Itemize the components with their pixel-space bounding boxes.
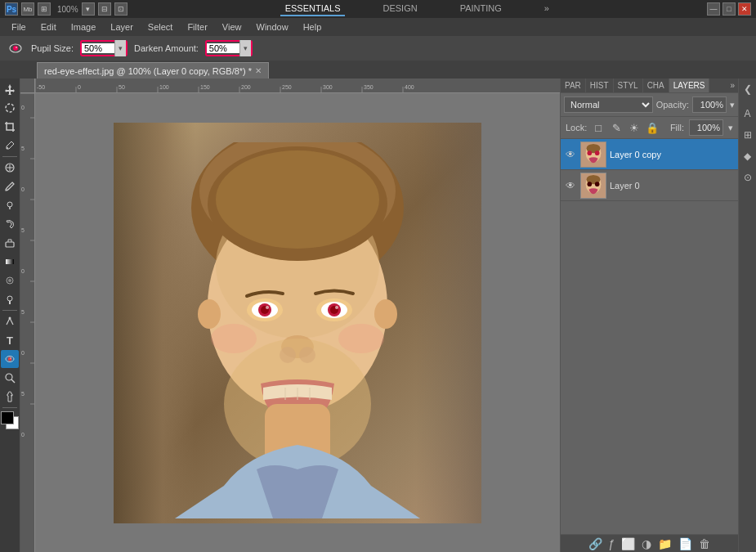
close-button[interactable]: ✕: [738, 2, 751, 16]
delete-layer-btn[interactable]: 🗑: [699, 537, 710, 550]
view-icon[interactable]: ⊞: [38, 2, 51, 16]
clone-stamp-tool[interactable]: [1, 196, 19, 214]
svg-marker-3: [5, 84, 15, 95]
mb-icon: Mb: [21, 2, 34, 16]
opacity-arrow[interactable]: ▾: [730, 100, 735, 110]
darken-amount-arrow[interactable]: ▾: [239, 40, 251, 56]
gradient-tool[interactable]: [1, 253, 19, 271]
dodge-tool[interactable]: [1, 290, 19, 308]
workspace-tabs: ESSENTIALS DESIGN PAINTING »: [280, 2, 554, 16]
darken-amount-input[interactable]: [207, 43, 239, 53]
layer-item-copy[interactable]: 👁 Layer 0 copy: [561, 139, 738, 170]
menu-window[interactable]: Window: [250, 20, 295, 34]
opacity-label: Opacity:: [656, 100, 689, 110]
fill-arrow[interactable]: ▾: [728, 123, 733, 133]
pen-tool[interactable]: [1, 312, 19, 330]
layer-style-btn[interactable]: ƒ: [609, 537, 615, 550]
tab-styl[interactable]: STYL: [614, 79, 643, 92]
layer-eye-0[interactable]: 👁: [564, 179, 577, 192]
brush-tool[interactable]: [1, 177, 19, 195]
new-layer-btn[interactable]: 📄: [678, 537, 692, 550]
menu-select[interactable]: Select: [141, 20, 180, 34]
maximize-button[interactable]: □: [722, 2, 736, 16]
eyedropper-tool[interactable]: [1, 137, 19, 155]
healing-brush-tool[interactable]: [1, 159, 19, 177]
color-swatches[interactable]: [1, 411, 19, 431]
menu-file[interactable]: File: [5, 20, 33, 34]
tab-more[interactable]: »: [539, 2, 554, 16]
menu-view[interactable]: View: [216, 20, 248, 34]
lasso-tool[interactable]: [1, 99, 19, 117]
adjustment-layer-btn[interactable]: ◑: [642, 537, 651, 550]
darken-amount-label: Darken Amount:: [134, 43, 199, 53]
right-panels: PAR HIST STYL CHA LAYERS » Normal Multip…: [560, 79, 738, 552]
lock-image-icon[interactable]: ✎: [610, 121, 623, 134]
eraser-tool[interactable]: [1, 234, 19, 252]
blend-mode-select[interactable]: Normal Multiply Screen Overlay: [564, 96, 653, 113]
toolbar-divider-2: [2, 310, 17, 311]
fill-input[interactable]: [689, 119, 723, 136]
far-panel-btn-4[interactable]: ◆: [740, 149, 755, 164]
minimize-button[interactable]: —: [707, 2, 720, 16]
layer-eye-copy[interactable]: 👁: [564, 148, 577, 161]
far-panel-btn-3[interactable]: ⊞: [740, 128, 755, 142]
panel-tab-arrow[interactable]: »: [727, 79, 738, 92]
red-eye-tool-icon: [7, 39, 25, 57]
lock-transparent-icon[interactable]: □: [592, 121, 605, 134]
tab-cha[interactable]: CHA: [643, 79, 669, 92]
opacity-input[interactable]: [692, 96, 727, 113]
svg-point-94: [588, 150, 593, 155]
red-eye-tool[interactable]: [1, 350, 19, 368]
menu-filter[interactable]: Filter: [181, 20, 213, 34]
svg-text:0: 0: [78, 84, 81, 90]
tab-layers[interactable]: LAYERS: [669, 79, 710, 92]
toolbar-divider-1: [2, 156, 17, 157]
doc-tab-close[interactable]: ✕: [255, 66, 262, 75]
far-panel-btn-2[interactable]: A: [740, 106, 755, 121]
layer-thumb-svg-copy: [581, 141, 606, 168]
type-tool[interactable]: T: [1, 331, 19, 349]
window-controls: — □ ✕: [707, 2, 751, 16]
lock-all-icon[interactable]: 🔒: [646, 121, 659, 134]
lock-position-icon[interactable]: ☀: [628, 121, 641, 134]
far-panel-btn-5[interactable]: ⊙: [740, 170, 755, 185]
menu-help[interactable]: Help: [297, 20, 329, 34]
svg-text:50: 50: [119, 84, 125, 90]
hand-tool[interactable]: [1, 388, 19, 406]
menu-edit[interactable]: Edit: [34, 20, 63, 34]
layout-icon[interactable]: ⊟: [98, 2, 111, 16]
link-layers-btn[interactable]: 🔗: [588, 537, 602, 550]
svg-text:0: 0: [21, 350, 25, 356]
svg-point-19: [10, 357, 11, 359]
menu-layer[interactable]: Layer: [104, 20, 140, 34]
tab-design[interactable]: DESIGN: [378, 2, 422, 16]
crop-tool[interactable]: [1, 118, 19, 136]
layer-mask-btn[interactable]: ⬜: [621, 537, 635, 550]
svg-text:300: 300: [323, 84, 333, 90]
pupil-size-arrow[interactable]: ▾: [114, 40, 126, 56]
tab-essentials[interactable]: ESSENTIALS: [280, 2, 346, 16]
group-layers-btn[interactable]: 📁: [658, 537, 672, 550]
tab-hist[interactable]: HIST: [586, 79, 614, 92]
svg-text:5: 5: [21, 391, 25, 397]
layer-item-0[interactable]: 👁 Layer 0: [561, 170, 738, 201]
history-brush-tool[interactable]: [1, 215, 19, 233]
blur-tool[interactable]: [1, 272, 19, 289]
svg-point-89: [211, 324, 257, 353]
tab-par[interactable]: PAR: [561, 79, 586, 92]
layout2-icon[interactable]: ⊡: [114, 2, 127, 16]
ruler-left-svg: 0 5 0 5 0 5 0 5 0: [20, 93, 35, 552]
svg-text:-50: -50: [37, 84, 45, 90]
move-tool[interactable]: [1, 80, 19, 98]
menu-image[interactable]: Image: [65, 20, 103, 34]
zoom-tool[interactable]: [1, 369, 19, 387]
foreground-color-swatch[interactable]: [1, 411, 14, 424]
zoom-dropdown[interactable]: ▾: [82, 2, 95, 16]
pupil-size-control: ▾: [80, 40, 127, 56]
lock-label: Lock:: [566, 123, 587, 132]
far-panel-btn-1[interactable]: ❮: [740, 82, 755, 96]
pupil-size-input[interactable]: [82, 43, 114, 53]
svg-point-69: [374, 299, 397, 329]
tab-painting[interactable]: PAINTING: [455, 2, 507, 16]
doc-tab-main[interactable]: red-eye-effect.jpg @ 100% (Layer 0 copy,…: [37, 62, 269, 79]
